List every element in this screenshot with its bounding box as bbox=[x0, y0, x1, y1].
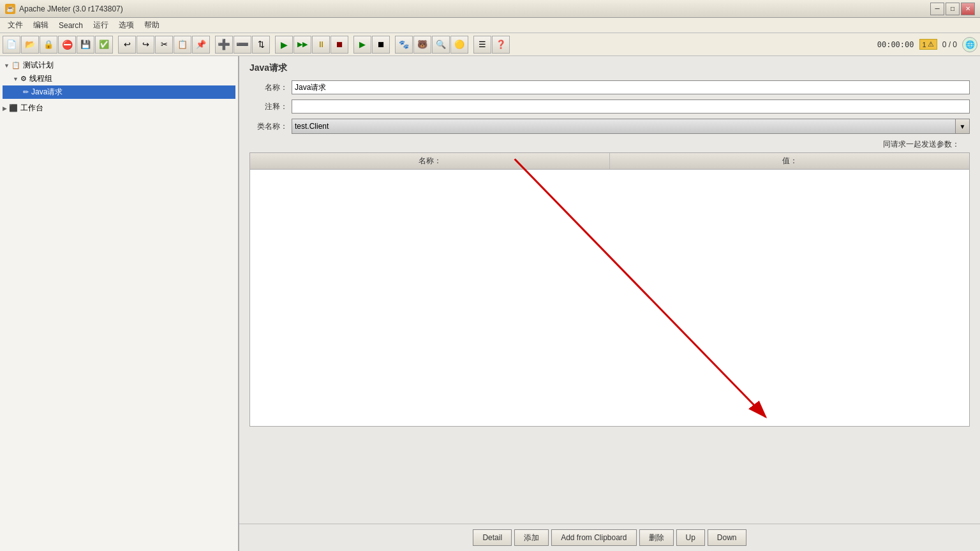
toolbar-new[interactable]: 📄 bbox=[3, 36, 20, 54]
workbench-icon: ⬛ bbox=[9, 104, 18, 112]
window-controls: ─ □ ✕ bbox=[930, 3, 975, 15]
comment-input[interactable] bbox=[292, 99, 970, 114]
toolbar-stop[interactable]: ⏹ bbox=[330, 36, 348, 54]
expand-icon-wb: ▶ bbox=[3, 105, 7, 112]
menu-run[interactable]: 运行 bbox=[88, 18, 114, 32]
tree-label-test-plan: 测试计划 bbox=[23, 60, 54, 71]
expand-icon-thread: ▼ bbox=[13, 76, 19, 82]
toolbar-right: 00:00:00 1 ⚠ 0 / 0 🌐 bbox=[877, 37, 977, 52]
add-from-clipboard-button[interactable]: Add from Clipboard bbox=[551, 529, 636, 546]
add-button[interactable]: 添加 bbox=[514, 529, 549, 546]
toolbar-undo[interactable]: ↩ bbox=[118, 36, 136, 54]
tree-label-workbench: 工作台 bbox=[20, 103, 43, 114]
tree-item-workbench[interactable]: ▶ ⬛ 工作台 bbox=[3, 101, 235, 115]
toolbar-add[interactable]: ➕ bbox=[215, 36, 233, 54]
toolbar-bear[interactable]: 🐻 bbox=[413, 36, 431, 54]
menu-search[interactable]: Search bbox=[54, 20, 88, 31]
down-button[interactable]: Down bbox=[708, 529, 746, 546]
toolbar-stop-red[interactable]: ⛔ bbox=[58, 36, 76, 54]
name-row: 名称： bbox=[249, 80, 970, 94]
toolbar-save[interactable]: 💾 bbox=[77, 36, 94, 54]
minimize-button[interactable]: ─ bbox=[930, 3, 944, 15]
close-button[interactable]: ✕ bbox=[961, 3, 975, 15]
toolbar-template[interactable]: 🐾 bbox=[395, 36, 413, 54]
window-title: Apache JMeter (3.0 r1743807) bbox=[19, 4, 930, 13]
tree-panel: ▼ 📋 测试计划 ▼ ⚙ 线程组 ✏ Java请求 ▶ ⬛ 工作台 bbox=[0, 56, 239, 551]
maximize-button[interactable]: □ bbox=[946, 3, 960, 15]
comment-row: 注释： bbox=[249, 99, 970, 114]
java-request-icon: ✏ bbox=[23, 88, 29, 96]
toolbar-redo[interactable]: ↪ bbox=[137, 36, 154, 54]
delete-button[interactable]: 删除 bbox=[639, 529, 674, 546]
classname-select[interactable]: test.Client bbox=[292, 119, 956, 134]
toolbar-cut[interactable]: ✂ bbox=[155, 36, 173, 54]
classname-row: 类名称： test.Client ▼ bbox=[249, 119, 970, 134]
detail-button[interactable]: Detail bbox=[473, 529, 512, 546]
col-header-value: 值： bbox=[610, 153, 969, 169]
name-label: 名称： bbox=[249, 82, 288, 93]
section-title: Java请求 bbox=[249, 62, 970, 74]
toolbar-open[interactable]: 📂 bbox=[21, 36, 39, 54]
content-area: Java请求 名称： 注释： 类名称： test.Client ▼ bbox=[239, 56, 980, 524]
timer-display: 00:00:00 bbox=[877, 40, 914, 49]
app-icon: ☕ bbox=[5, 4, 15, 14]
toolbar-list[interactable]: ☰ bbox=[473, 36, 491, 54]
table-body bbox=[250, 170, 969, 425]
classname-select-wrapper: test.Client ▼ bbox=[292, 119, 970, 134]
toolbar-zoom[interactable]: 🔍 bbox=[432, 36, 450, 54]
main-layout: ▼ 📋 测试计划 ▼ ⚙ 线程组 ✏ Java请求 ▶ ⬛ 工作台 Java请求… bbox=[0, 56, 980, 551]
classname-label: 类名称： bbox=[249, 121, 288, 132]
tree-item-java-request[interactable]: ✏ Java请求 bbox=[3, 85, 235, 99]
params-label: 同请求一起发送参数： bbox=[249, 139, 960, 150]
toolbar-paste[interactable]: 📌 bbox=[192, 36, 210, 54]
thread-group-icon: ⚙ bbox=[20, 75, 27, 83]
toolbar-copy[interactable]: 📋 bbox=[174, 36, 191, 54]
tree-item-test-plan[interactable]: ▼ 📋 测试计划 bbox=[3, 59, 235, 72]
toolbar-expand[interactable]: ⇅ bbox=[252, 36, 270, 54]
params-table: 名称： 值： bbox=[249, 152, 970, 427]
bottom-bar: Detail 添加 Add from Clipboard 删除 Up Down bbox=[239, 524, 980, 551]
comment-label: 注释： bbox=[249, 101, 288, 112]
toolbar-remote-start[interactable]: ▶ bbox=[353, 36, 371, 54]
right-panel: Java请求 名称： 注释： 类名称： test.Client ▼ bbox=[239, 56, 980, 551]
col-header-name: 名称： bbox=[250, 153, 610, 169]
toolbar-remove[interactable]: ➖ bbox=[234, 36, 251, 54]
tree-label-thread-group: 线程组 bbox=[29, 73, 52, 84]
table-header: 名称： 值： bbox=[250, 153, 969, 170]
globe-button[interactable]: 🌐 bbox=[962, 37, 977, 52]
toolbar-yellow[interactable]: 🟡 bbox=[450, 36, 468, 54]
toolbar-verify[interactable]: ✅ bbox=[95, 36, 113, 54]
toolbar-pause[interactable]: ⏸ bbox=[312, 36, 330, 54]
tree-label-java-request: Java请求 bbox=[31, 87, 63, 98]
toolbar: 📄 📂 🔒 ⛔ 💾 ✅ ↩ ↪ ✂ 📋 📌 ➕ ➖ ⇅ ▶ ▶▶ ⏸ ⏹ ▶ ⏹… bbox=[0, 33, 980, 56]
menu-help[interactable]: 帮助 bbox=[139, 18, 165, 32]
toolbar-start-nopause[interactable]: ▶▶ bbox=[293, 36, 311, 54]
up-button[interactable]: Up bbox=[676, 529, 705, 546]
menu-bar: 文件 编辑 Search 运行 选项 帮助 bbox=[0, 18, 980, 33]
toolbar-help[interactable]: ❓ bbox=[492, 36, 510, 54]
menu-edit[interactable]: 编辑 bbox=[28, 18, 54, 32]
toolbar-start[interactable]: ▶ bbox=[275, 36, 293, 54]
select-arrow-icon[interactable]: ▼ bbox=[956, 119, 970, 134]
title-bar: ☕ Apache JMeter (3.0 r1743807) ─ □ ✕ bbox=[0, 0, 980, 18]
toolbar-lock[interactable]: 🔒 bbox=[40, 36, 57, 54]
menu-options[interactable]: 选项 bbox=[114, 18, 139, 32]
toolbar-remote-stop[interactable]: ⏹ bbox=[372, 36, 390, 54]
warning-badge: 1 ⚠ bbox=[919, 39, 937, 50]
tree-item-thread-group[interactable]: ▼ ⚙ 线程组 bbox=[3, 72, 235, 85]
test-plan-icon: 📋 bbox=[11, 61, 20, 70]
expand-icon: ▼ bbox=[4, 62, 10, 69]
counter-display: 0 / 0 bbox=[942, 40, 957, 49]
name-input[interactable] bbox=[292, 80, 970, 94]
menu-file[interactable]: 文件 bbox=[3, 18, 28, 32]
